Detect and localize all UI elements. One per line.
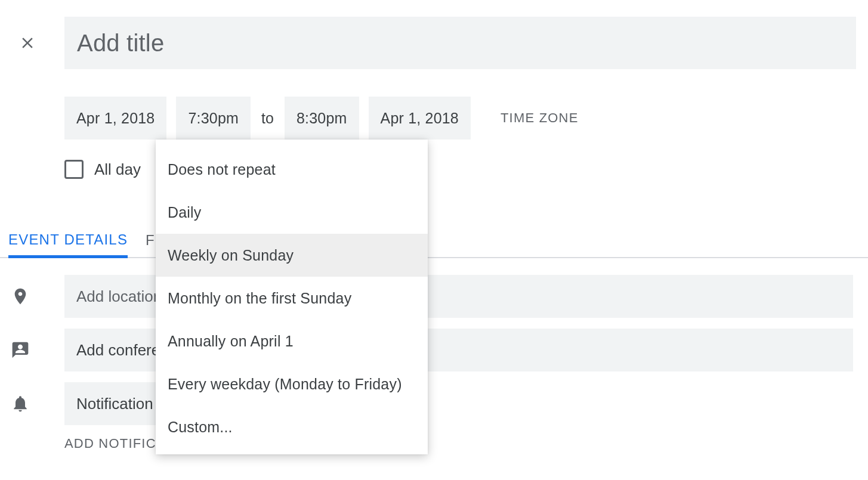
close-icon [18, 34, 36, 52]
repeat-option[interactable]: Does not repeat [156, 148, 428, 191]
notification-label: Notification [76, 395, 153, 413]
repeat-option[interactable]: Daily [156, 191, 428, 234]
allday-label: All day [94, 160, 141, 179]
end-time-picker[interactable]: 8:30pm [285, 97, 359, 140]
bell-icon [11, 394, 30, 413]
close-button[interactable] [13, 29, 42, 57]
repeat-option[interactable]: Annually on April 1 [156, 320, 428, 363]
start-date-picker[interactable]: Apr 1, 2018 [64, 97, 166, 140]
repeat-option[interactable]: Monthly on the first Sunday [156, 277, 428, 320]
end-date-picker[interactable]: Apr 1, 2018 [369, 97, 471, 140]
conferencing-icon [11, 340, 30, 360]
start-time-picker[interactable]: 7:30pm [176, 97, 251, 140]
tab-event-details[interactable]: EVENT DETAILS [8, 231, 128, 258]
timezone-button[interactable]: TIME ZONE [501, 110, 579, 126]
event-title-input[interactable] [64, 17, 856, 69]
allday-checkbox[interactable] [64, 160, 84, 179]
repeat-option[interactable]: Every weekday (Monday to Friday) [156, 363, 428, 405]
location-icon [11, 287, 30, 306]
repeat-option[interactable]: Weekly on Sunday [156, 234, 428, 277]
repeat-dropdown: Does not repeatDailyWeekly on SundayMont… [156, 140, 428, 454]
repeat-option[interactable]: Custom... [156, 405, 428, 448]
to-label: to [260, 110, 275, 127]
